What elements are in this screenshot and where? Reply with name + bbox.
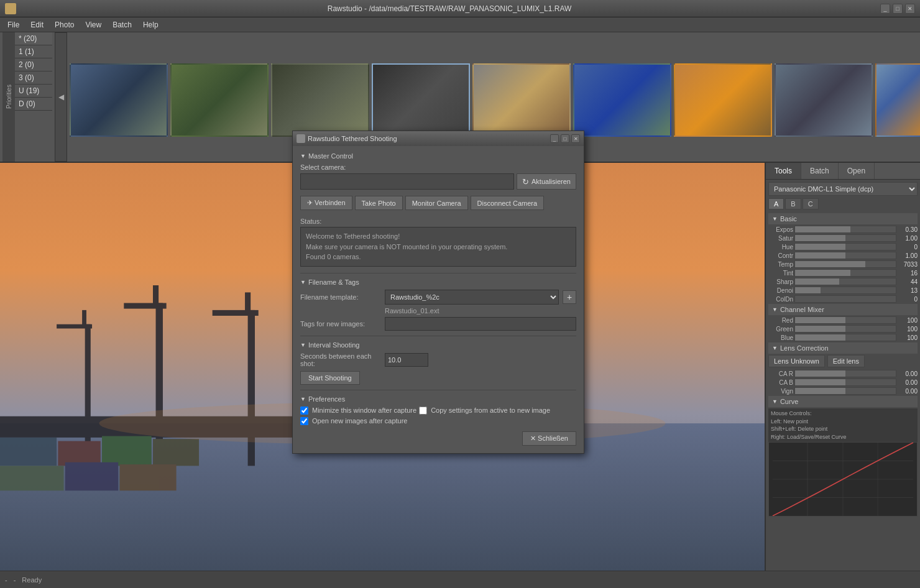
pref-row-1: Minimize this window after capture — [300, 407, 416, 415]
slider-ca-b-track[interactable] — [794, 379, 896, 386]
maximize-button[interactable]: □ — [893, 4, 903, 14]
curve-canvas[interactable] — [768, 442, 918, 517]
pref-copy-settings-checkbox[interactable] — [419, 407, 427, 415]
slider-green-track[interactable] — [794, 325, 896, 333]
section-basic-header[interactable]: Basic — [768, 213, 918, 224]
pref-row-2: Copy settings from active to new image — [419, 407, 550, 415]
thumbnail-colorchecker[interactable] — [472, 63, 571, 137]
slider-hue-track[interactable] — [794, 243, 896, 250]
slider-tint-track[interactable] — [794, 269, 896, 277]
svg-rect-15 — [153, 439, 199, 466]
slider-vign: Vign 0.00 — [768, 387, 918, 395]
slider-denoi-track[interactable] — [794, 287, 896, 294]
tags-input[interactable] — [385, 317, 576, 331]
svg-rect-16 — [0, 466, 64, 490]
thumbnail-current[interactable]: 1 — [875, 63, 920, 137]
slider-satur-track[interactable] — [794, 234, 896, 242]
master-control-header[interactable]: Master Control — [300, 152, 576, 160]
divider-2 — [300, 336, 576, 336]
slider-contr: Contr 1.00 — [768, 252, 918, 259]
menu-file[interactable]: File — [2, 19, 24, 30]
slider-temp-track[interactable] — [794, 260, 896, 268]
slider-ca-r-label: CA R — [768, 370, 793, 377]
priority-u[interactable]: U (19) — [15, 85, 52, 98]
priority-d[interactable]: D (0) — [15, 98, 52, 111]
slider-red-track[interactable] — [794, 316, 896, 324]
tethered-close-btn[interactable]: ✕ — [571, 134, 580, 143]
schliessen-button[interactable]: ✕ Schließen — [522, 431, 576, 446]
curve-ctrl-2: Shift+Left: Delete point — [771, 425, 915, 433]
status-line-2: Make sure your camera is NOT mounted in … — [306, 242, 571, 252]
filmstrip-scroll-left[interactable]: ◀ — [55, 32, 67, 162]
app-icon — [5, 3, 16, 14]
filename-template-select[interactable]: Rawstudio_%2c — [385, 290, 559, 305]
section-lenscorrection-header[interactable]: Lens Correction — [768, 342, 918, 354]
thumbnail-ships[interactable] — [70, 63, 168, 137]
slider-temp: Temp 7033 — [768, 260, 918, 268]
slider-coldn-track[interactable] — [794, 295, 896, 303]
curve-ctrl-1: Left: New point — [771, 418, 915, 426]
filename-template-label: Filename template: — [300, 293, 381, 301]
section-curve-header[interactable]: Curve — [768, 396, 918, 407]
slider-vign-track[interactable] — [794, 387, 896, 395]
close-button[interactable]: ✕ — [905, 4, 915, 14]
minimize-button[interactable]: _ — [880, 4, 890, 14]
profile-dropdown[interactable]: Panasonic DMC-L1 Simple (dcp) — [768, 182, 918, 196]
slider-ca-r-track[interactable] — [794, 370, 896, 377]
take-photo-button[interactable]: Take Photo — [355, 196, 403, 210]
menu-photo[interactable]: Photo — [50, 19, 79, 30]
slider-blue-label: Blue — [768, 334, 793, 341]
tab-batch[interactable]: Batch — [801, 163, 839, 179]
interval-shooting-header[interactable]: Interval Shooting — [300, 341, 576, 349]
menu-edit[interactable]: Edit — [25, 19, 48, 30]
slider-red: Red 100 — [768, 316, 918, 324]
thumbnail-trees[interactable] — [271, 63, 369, 137]
menu-batch[interactable]: Batch — [108, 19, 137, 30]
priority-all[interactable]: * (20) — [15, 32, 52, 45]
thumbnail-sunset[interactable] — [674, 63, 772, 137]
profile-tab-b[interactable]: B — [785, 198, 801, 209]
profile-tab-c[interactable]: C — [803, 198, 819, 209]
seconds-input[interactable] — [385, 353, 428, 367]
edit-lens-btn[interactable]: Edit lens — [827, 355, 865, 367]
filename-add-button[interactable]: + — [563, 290, 576, 304]
verbinden-button[interactable]: ✈ Verbinden — [300, 196, 352, 210]
camera-select-input[interactable] — [300, 173, 514, 190]
priority-1[interactable]: 1 (1) — [15, 45, 52, 58]
slider-blue-track[interactable] — [794, 334, 896, 341]
start-shooting-button[interactable]: Start Shooting — [300, 371, 360, 385]
menu-view[interactable]: View — [80, 19, 106, 30]
tethered-body: Master Control Select camera: ↻ Aktualis… — [293, 146, 584, 453]
svg-rect-17 — [65, 462, 118, 491]
tab-tools[interactable]: Tools — [766, 163, 801, 179]
pref-minimize-checkbox[interactable] — [300, 407, 308, 415]
menu-help[interactable]: Help — [138, 19, 163, 30]
section-channelmixer-header[interactable]: Channel Mixer — [768, 304, 918, 315]
thumbnail-dark[interactable] — [372, 63, 470, 137]
slider-blue: Blue 100 — [768, 334, 918, 341]
thumbnail-aerial[interactable] — [170, 63, 269, 137]
slider-denoi: Denoi 13 — [768, 287, 918, 294]
disconnect-camera-button[interactable]: Disconnect Camera — [471, 196, 545, 210]
thumbnail-harbor[interactable] — [775, 63, 873, 137]
slider-sharp-track[interactable] — [794, 278, 896, 285]
pref-open-images-checkbox[interactable] — [300, 417, 308, 425]
tethered-minimize-btn[interactable]: _ — [550, 134, 559, 143]
slider-expos-track[interactable] — [794, 226, 896, 233]
slider-green-value: 100 — [898, 326, 918, 333]
monitor-camera-button[interactable]: Monitor Camera — [405, 196, 468, 210]
tethered-maximize-btn[interactable]: □ — [561, 134, 569, 143]
slider-sharp-value: 44 — [898, 278, 918, 285]
refresh-button[interactable]: ↻ Aktualisieren — [517, 173, 576, 190]
tab-open[interactable]: Open — [839, 163, 875, 179]
profile-tab-a[interactable]: A — [768, 198, 784, 209]
priority-3[interactable]: 3 (0) — [15, 71, 52, 85]
profile-tabs: A B C — [768, 198, 918, 209]
filename-tags-header[interactable]: Filename & Tags — [300, 278, 576, 286]
preferences-header[interactable]: Preferences — [300, 395, 576, 403]
lens-unknown-btn[interactable]: Lens Unknown — [768, 355, 825, 367]
thumbnail-boats[interactable] — [573, 63, 671, 137]
slider-contr-track[interactable] — [794, 252, 896, 259]
priority-2[interactable]: 2 (0) — [15, 58, 52, 71]
slider-coldn: ColDn 0 — [768, 295, 918, 303]
